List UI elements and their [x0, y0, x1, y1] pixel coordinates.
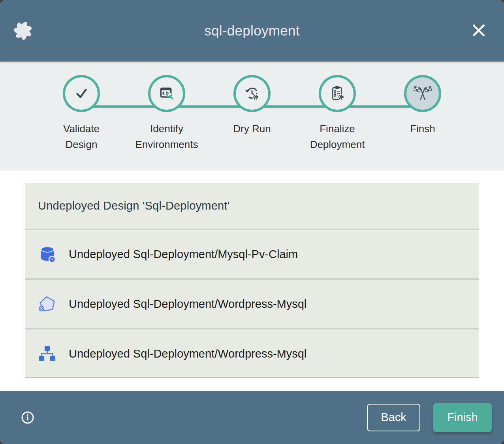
info-button[interactable]: [21, 410, 35, 425]
step-finish: Finsh: [380, 75, 465, 152]
title-bar: sql-deployment: [0, 0, 504, 62]
close-button[interactable]: [471, 23, 487, 39]
list-item-text: Undeployed Sql-Deployment/Wordpress-Mysq…: [69, 298, 307, 311]
wizard-stepper: Validate Design Identify Environments: [0, 62, 504, 170]
list-item-text: Undeployed Sql-Deployment/Mysql-Pv-Claim: [69, 248, 298, 261]
code-window-wrench-icon: [148, 75, 185, 112]
svg-text:?: ?: [51, 257, 53, 262]
check-icon: [63, 75, 100, 112]
finish-button[interactable]: Finish: [433, 403, 492, 432]
topology-tree-icon: [38, 344, 57, 363]
step-finalize-deployment: Finalize Deployment: [295, 75, 380, 152]
info-icon: [21, 420, 35, 426]
step-label: Dry Run: [217, 121, 287, 137]
history-gear-icon: [233, 75, 271, 112]
step-dry-run: Dry Run: [209, 75, 295, 152]
step-label: Finsh: [388, 121, 457, 137]
close-icon: [471, 23, 486, 39]
clipboard-gear-icon: [319, 75, 356, 112]
deployment-wizard-dialog: sql-deployment Validate Design: [0, 0, 504, 444]
list-item: Undeployed Sql-Deployment/Wordpress-Mysq…: [25, 330, 479, 377]
list-item: Undeployed Sql-Deployment/Wordpress-Mysq…: [25, 280, 479, 328]
panel-header: Undeployed Design 'Sql-Deployment': [25, 183, 479, 228]
step-label: Validate Design: [47, 121, 116, 152]
step-label: Finalize Deployment: [303, 121, 372, 152]
checkered-flags-icon: [404, 75, 441, 112]
back-button[interactable]: Back: [367, 404, 420, 431]
results-area: Undeployed Design 'Sql-Deployment' ? Und…: [0, 170, 504, 391]
dialog-title: sql-deployment: [0, 23, 504, 39]
footer-bar: Back Finish: [0, 391, 504, 444]
database-question-icon: ?: [38, 245, 57, 264]
step-identify-environments: Identify Environments: [124, 75, 209, 152]
list-item: ? Undeployed Sql-Deployment/Mysql-Pv-Cla…: [25, 230, 479, 278]
pentagon-component-icon: [38, 294, 57, 313]
list-item-text: Undeployed Sql-Deployment/Wordpress-Mysq…: [69, 347, 307, 360]
step-label: Identify Environments: [132, 121, 201, 152]
step-validate-design: Validate Design: [39, 75, 124, 152]
undeploy-results-panel: Undeployed Design 'Sql-Deployment' ? Und…: [25, 183, 479, 378]
